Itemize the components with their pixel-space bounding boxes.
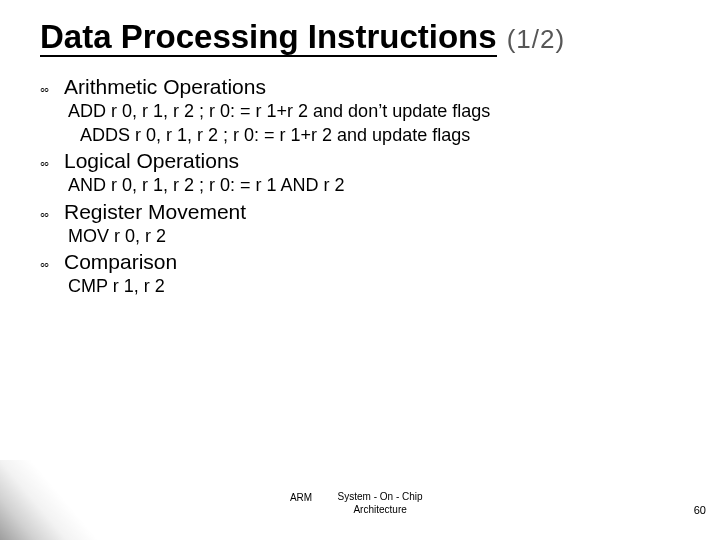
code-line: ADD r 0, r 1, r 2 ; r 0: = r 1+r 2 and d… <box>68 99 690 123</box>
heading-logical: ｡｡ Logical Operations <box>40 149 690 173</box>
title-row: Data Processing Instructions (1/2) <box>40 20 690 57</box>
slide-number: 60 <box>694 504 706 516</box>
heading-comparison: ｡｡ Comparison <box>40 250 690 274</box>
section-arithmetic: ｡｡ Arithmetic Operations ADD r 0, r 1, r… <box>40 75 690 148</box>
section-logical: ｡｡ Logical Operations AND r 0, r 1, r 2 … <box>40 149 690 197</box>
bullet-icon: ｡｡ <box>40 152 54 168</box>
section-comparison: ｡｡ Comparison CMP r 1, r 2 <box>40 250 690 298</box>
footer-center: ARM System - On - Chip Architecture <box>290 491 430 516</box>
slide: Data Processing Instructions (1/2) ｡｡ Ar… <box>0 0 720 540</box>
bullet-icon: ｡｡ <box>40 78 54 94</box>
heading-arithmetic: ｡｡ Arithmetic Operations <box>40 75 690 99</box>
code-line: ADDS r 0, r 1, r 2 ; r 0: = r 1+r 2 and … <box>80 123 690 147</box>
heading-text: Logical Operations <box>64 149 239 173</box>
section-register: ｡｡ Register Movement MOV r 0, r 2 <box>40 200 690 248</box>
footer-arch: System - On - Chip Architecture <box>330 491 430 516</box>
code-line: MOV r 0, r 2 <box>68 224 690 248</box>
heading-text: Register Movement <box>64 200 246 224</box>
page-title-sub: (1/2) <box>507 24 565 55</box>
code-line: AND r 0, r 1, r 2 ; r 0: = r 1 AND r 2 <box>68 173 690 197</box>
bullet-icon: ｡｡ <box>40 203 54 219</box>
page-title-main: Data Processing Instructions <box>40 20 497 57</box>
footer-arm: ARM <box>290 492 312 503</box>
bullet-icon: ｡｡ <box>40 253 54 269</box>
content: ｡｡ Arithmetic Operations ADD r 0, r 1, r… <box>40 75 690 298</box>
heading-text: Comparison <box>64 250 177 274</box>
corner-shadow-decoration <box>0 460 130 540</box>
heading-text: Arithmetic Operations <box>64 75 266 99</box>
heading-register: ｡｡ Register Movement <box>40 200 690 224</box>
code-line: CMP r 1, r 2 <box>68 274 690 298</box>
